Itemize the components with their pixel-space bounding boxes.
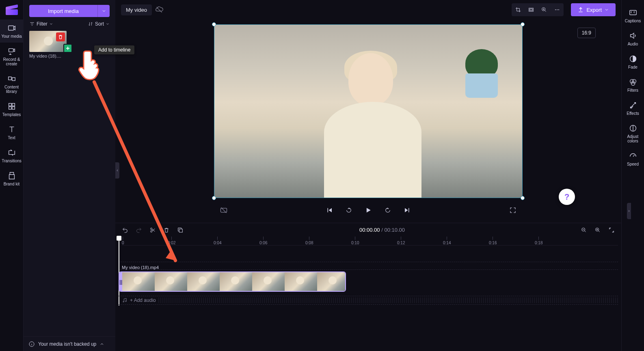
timeline-toolbar: 00:00.00 / 00:10.00 (115, 223, 621, 237)
skip-prev-icon (326, 207, 333, 214)
svg-point-27 (631, 82, 635, 85)
ruler-tick: 0:14 (443, 237, 451, 245)
delete-clip-button[interactable] (162, 225, 171, 235)
zoom-in-button[interactable] (593, 225, 603, 235)
pip-button[interactable] (538, 3, 551, 16)
help-button[interactable]: ? (559, 189, 575, 205)
nav-text[interactable]: Text (0, 121, 24, 144)
media-item[interactable]: My video (18).... (29, 31, 67, 58)
frame-button[interactable] (525, 3, 538, 16)
svg-point-14 (558, 9, 559, 10)
playhead[interactable] (119, 237, 119, 306)
player-controls (214, 202, 523, 218)
rr-adjust-colors[interactable]: Adjust colors (622, 120, 644, 147)
project-title[interactable]: My video (121, 4, 152, 15)
split-button[interactable] (148, 225, 158, 235)
undo-button[interactable] (120, 225, 130, 235)
aspect-ratio-button[interactable]: 16:9 (577, 28, 596, 38)
ruler-tick: 0:12 (397, 237, 405, 245)
fit-icon (608, 227, 615, 233)
zoom-out-button[interactable] (579, 225, 589, 235)
rr-fade[interactable]: Fade (622, 50, 644, 73)
nav-transitions[interactable]: Transitions (0, 144, 24, 167)
play-button[interactable] (363, 205, 374, 216)
empty-track[interactable] (119, 262, 618, 270)
media-item-label: My video (18).... (29, 54, 67, 58)
nav-brand-kit[interactable]: Brand kit (0, 167, 24, 190)
chevron-up-icon (99, 342, 104, 347)
chevron-down-icon (49, 22, 53, 26)
templates-icon (7, 102, 16, 111)
closed-caption-button[interactable] (218, 205, 229, 216)
backup-footer[interactable]: Your media isn't backed up (24, 336, 115, 351)
back-button[interactable] (343, 205, 354, 216)
music-icon (122, 297, 128, 303)
audio-track[interactable]: + Add audio (119, 296, 618, 305)
chevron-down-icon (604, 7, 609, 12)
fullscreen-button[interactable] (507, 205, 519, 216)
info-icon (28, 341, 35, 347)
import-media-button[interactable]: Import media (29, 5, 97, 17)
fit-button[interactable] (607, 225, 616, 235)
sort-button[interactable]: Sort (88, 21, 110, 27)
clip-handle-left[interactable]: || (119, 272, 122, 291)
svg-rect-7 (12, 107, 14, 109)
right-rail: Captions Audio Fade Filters Effects Adju… (621, 0, 644, 351)
fade-icon (629, 54, 638, 63)
media-panel: Import media Filter Sort (24, 0, 115, 351)
canvas-tool-group (512, 3, 564, 16)
ruler-tick: 0:18 (535, 237, 542, 245)
plus-icon (65, 45, 71, 51)
rewind-icon (345, 207, 352, 214)
speaker-icon (629, 31, 638, 40)
previous-button[interactable] (324, 205, 335, 216)
svg-rect-1 (9, 49, 13, 52)
rr-captions[interactable]: Captions (622, 4, 644, 27)
crop-button[interactable] (512, 3, 525, 16)
svg-point-12 (555, 9, 556, 10)
ruler-tick: 0 (122, 237, 124, 245)
delete-media-button[interactable] (56, 32, 65, 41)
add-to-timeline-button[interactable] (63, 44, 72, 53)
rr-effects[interactable]: Effects (622, 97, 644, 120)
adjust-icon (629, 124, 638, 133)
collapse-panel-button[interactable] (115, 162, 119, 179)
redo-button[interactable] (134, 225, 144, 235)
duplicate-button[interactable] (175, 225, 185, 235)
svg-rect-23 (629, 11, 636, 15)
collapse-right-button[interactable] (627, 203, 631, 219)
forward-button[interactable] (382, 205, 393, 216)
nav-your-media[interactable]: Your media (0, 19, 24, 43)
next-button[interactable] (402, 205, 413, 216)
rr-audio[interactable]: Audio (622, 27, 644, 50)
ruler-tick: 0:04 (214, 237, 221, 245)
preview-canvas[interactable] (214, 24, 523, 198)
ruler[interactable]: 00:020:040:060:080:100:120:140:160:18 (122, 237, 618, 245)
ruler-tick: 0:10 (351, 237, 359, 245)
brandkit-icon (7, 171, 16, 180)
resize-handle-bl[interactable] (212, 196, 216, 200)
topbar: My video Export (115, 0, 621, 19)
svg-rect-18 (179, 229, 182, 232)
waveform-placeholder (158, 297, 618, 303)
filter-button[interactable]: Filter (29, 21, 53, 27)
rr-speed[interactable]: Speed (622, 147, 644, 170)
export-button[interactable]: Export (571, 3, 616, 16)
scissors-icon (149, 227, 156, 233)
video-clip[interactable]: || || (119, 271, 346, 292)
rr-filters[interactable]: Filters (622, 73, 644, 97)
resize-handle-tl[interactable] (212, 22, 216, 26)
ffwd-icon (384, 207, 391, 214)
resize-handle-tr[interactable] (521, 22, 525, 26)
ruler-tick: 0:08 (305, 237, 313, 245)
nav-record-create[interactable]: Record & create (0, 43, 24, 70)
nav-templates[interactable]: Templates (0, 98, 24, 121)
trash-icon (58, 34, 63, 40)
resize-handle-br[interactable] (521, 196, 525, 200)
more-button[interactable] (551, 3, 564, 16)
import-media-dropdown[interactable] (97, 5, 110, 17)
undo-icon (122, 227, 128, 233)
redo-icon (136, 227, 142, 233)
app-logo (6, 6, 18, 15)
nav-content-library[interactable]: Content library (0, 70, 24, 98)
